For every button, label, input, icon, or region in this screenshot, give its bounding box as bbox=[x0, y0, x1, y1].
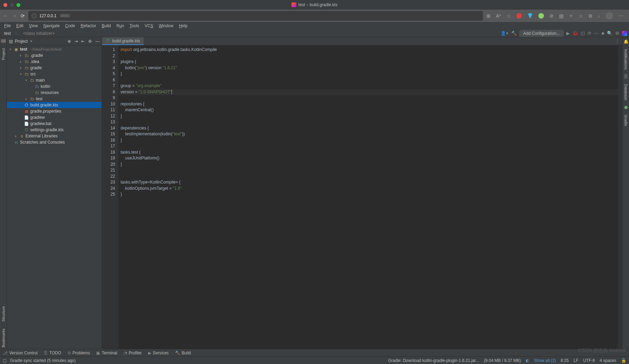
right-gutter-database[interactable]: Database bbox=[624, 83, 628, 102]
status-line-sep[interactable]: LF bbox=[574, 358, 578, 363]
menu-help[interactable]: Help bbox=[177, 23, 189, 29]
minimize-window-icon[interactable] bbox=[10, 3, 14, 7]
search-icon[interactable]: 🔍 bbox=[607, 31, 612, 36]
database-icon[interactable]: 🗄 bbox=[623, 74, 628, 79]
more-icon[interactable]: ⋯ bbox=[619, 13, 623, 19]
ide-settings-icon[interactable]: ⚙ bbox=[615, 31, 619, 36]
profile-icon[interactable] bbox=[606, 12, 613, 20]
crumb-project[interactable]: test bbox=[2, 31, 13, 36]
maximize-window-icon[interactable] bbox=[17, 3, 20, 7]
status-window-icon[interactable]: ▢ bbox=[3, 358, 7, 363]
project-view-icon[interactable]: ▤ bbox=[9, 39, 13, 44]
attach-icon[interactable]: ⋯ bbox=[594, 31, 599, 36]
add-configuration-button[interactable]: Add Configuration... bbox=[519, 30, 564, 37]
extension-red-icon[interactable] bbox=[516, 13, 522, 19]
status-indent[interactable]: 4 spaces bbox=[600, 358, 616, 363]
tool-terminal[interactable]: ▣Terminal bbox=[96, 351, 117, 355]
status-readonly-icon[interactable]: 🔓 bbox=[621, 358, 626, 363]
tree-root[interactable]: ▾▣test~/IdeaProjects/test bbox=[7, 46, 102, 52]
tree-test[interactable]: ▸🗀test bbox=[7, 96, 102, 102]
code-editor[interactable]: import org.jetbrains.kotlin.gradle.tasks… bbox=[118, 45, 618, 349]
left-gutter-project[interactable]: Project bbox=[1, 47, 6, 61]
tree-settings-kts[interactable]: ⎔settings.gradle.kts bbox=[7, 127, 102, 133]
jetbrains-icon[interactable] bbox=[622, 31, 627, 36]
profile-run-icon[interactable]: ⟳ bbox=[588, 31, 591, 36]
notifications-icon[interactable]: 🔔 bbox=[623, 39, 628, 44]
favorite-icon[interactable]: ☆ bbox=[506, 13, 511, 19]
tree-gradlew[interactable]: 📄gradlew bbox=[7, 114, 102, 121]
status-memory[interactable]: (9.04 MB / 9.37 MB) bbox=[484, 358, 521, 363]
project-tool-icon[interactable] bbox=[1, 39, 6, 43]
project-tree[interactable]: ▾▣test~/IdeaProjects/test ▸🗀.gradle ▸🗀.i… bbox=[7, 45, 102, 349]
forward-icon[interactable]: → bbox=[12, 13, 17, 19]
right-gutter-notifications[interactable]: Notifications bbox=[624, 48, 628, 71]
notes-icon[interactable]: ▤ bbox=[559, 13, 564, 19]
tool-problems[interactable]: ⊘Problems bbox=[68, 351, 90, 355]
tree-resources[interactable]: 🗀resources bbox=[7, 90, 102, 96]
status-encoding[interactable]: UTF-8 bbox=[583, 358, 595, 363]
build-hammer-icon[interactable]: 🔨 bbox=[511, 31, 517, 36]
line-number-gutter[interactable]: 1234567891011121314151617181920212223242… bbox=[102, 45, 118, 349]
tree-ext-lib[interactable]: ▸⧈External Libraries bbox=[7, 133, 102, 139]
menu-window[interactable]: Window bbox=[157, 23, 176, 29]
debug-icon[interactable]: 🐞 bbox=[573, 31, 578, 36]
back-icon[interactable]: ← bbox=[3, 13, 8, 19]
read-aloud-icon[interactable]: Aᵃ bbox=[496, 13, 501, 19]
menu-vcs[interactable]: VCS bbox=[143, 23, 155, 29]
hide-icon[interactable]: — bbox=[95, 39, 100, 44]
menu-code[interactable]: Code bbox=[63, 23, 77, 29]
info-icon[interactable]: i bbox=[32, 13, 37, 18]
user-icon[interactable]: 👤▾ bbox=[501, 31, 508, 36]
tree-src[interactable]: ▾🗀src bbox=[7, 71, 102, 77]
status-show-all[interactable]: Show all (2) bbox=[534, 358, 556, 363]
tool-build[interactable]: 🔨Build bbox=[175, 351, 191, 355]
tree-build-kts[interactable]: ⎔build.gradle.kts bbox=[7, 102, 102, 108]
gradle-icon[interactable]: ⬣ bbox=[623, 105, 628, 110]
status-download[interactable]: Gradle: Download kotlin-gradle-plugin-1.… bbox=[388, 358, 479, 363]
apps-icon[interactable]: ⊞ bbox=[486, 13, 491, 19]
url-field[interactable]: i 127.0.0.1:8880 bbox=[28, 11, 483, 21]
extension-funnel-icon[interactable] bbox=[527, 13, 533, 19]
menu-view[interactable]: View bbox=[27, 23, 40, 29]
expand-all-icon[interactable]: ⇥ bbox=[74, 39, 78, 44]
settings-icon[interactable]: ⚙ bbox=[88, 39, 92, 44]
tab-build-kts[interactable]: ⎔ build.gradle.kts bbox=[102, 37, 144, 45]
collections-icon[interactable]: ⧉ bbox=[589, 13, 592, 19]
extension-green-icon[interactable] bbox=[538, 13, 544, 19]
download-icon[interactable]: ↓ bbox=[598, 13, 600, 19]
block-icon[interactable]: ⊘ bbox=[549, 13, 554, 19]
status-caret[interactable]: 8:25 bbox=[561, 358, 569, 363]
tree-scratches[interactable]: ▭Scratches and Consoles bbox=[7, 139, 102, 145]
tree-main[interactable]: ▾🗀main bbox=[7, 77, 102, 83]
left-gutter-bookmarks[interactable]: Bookmarks bbox=[1, 327, 6, 349]
menu-file[interactable]: File bbox=[2, 23, 13, 29]
tree-idea-dir[interactable]: ▸🗀.idea bbox=[7, 59, 102, 65]
menu-tools[interactable]: Tools bbox=[127, 23, 141, 29]
tool-services[interactable]: ▶Services bbox=[148, 351, 169, 355]
stop-icon[interactable]: ■ bbox=[601, 31, 604, 36]
run-icon[interactable]: ▶ bbox=[566, 31, 570, 36]
tree-gradle-props[interactable]: ▦gradle.properties bbox=[7, 108, 102, 114]
right-gutter-gradle[interactable]: Gradle bbox=[624, 113, 628, 127]
tree-gradlewbat[interactable]: 📄gradlew.bat bbox=[7, 121, 102, 127]
collapse-all-icon[interactable]: ⇤ bbox=[81, 39, 85, 44]
tool-todo[interactable]: ☰TODO bbox=[44, 351, 61, 355]
project-panel-title[interactable]: Project bbox=[15, 39, 28, 44]
tree-gradle-dir[interactable]: ▸🗀.gradle bbox=[7, 52, 102, 59]
favorites-icon[interactable]: ☆ bbox=[579, 13, 583, 19]
menu-run[interactable]: Run bbox=[114, 23, 126, 29]
tree-gradledir[interactable]: ▸🗀gradle bbox=[7, 65, 102, 71]
tool-profiler[interactable]: ◔Profiler bbox=[124, 351, 142, 355]
menu-navigate[interactable]: Navigate bbox=[41, 23, 62, 29]
extensions-icon[interactable]: ✧ bbox=[569, 13, 573, 19]
coverage-icon[interactable]: ◱ bbox=[581, 31, 585, 36]
project-view-dropdown-icon[interactable]: ▼ bbox=[30, 40, 33, 43]
reload-icon[interactable]: ⟳ bbox=[21, 13, 25, 19]
select-opened-file-icon[interactable]: ⊕ bbox=[68, 39, 71, 44]
scrollbar[interactable] bbox=[618, 45, 622, 349]
left-gutter-structure[interactable]: Structure bbox=[1, 305, 6, 323]
editor-more-icon[interactable]: ⋮ bbox=[612, 37, 622, 45]
menu-refactor[interactable]: Refactor bbox=[79, 23, 98, 29]
crumb-class[interactable]: <class initializer> bbox=[21, 31, 56, 36]
menu-edit[interactable]: Edit bbox=[14, 23, 25, 29]
